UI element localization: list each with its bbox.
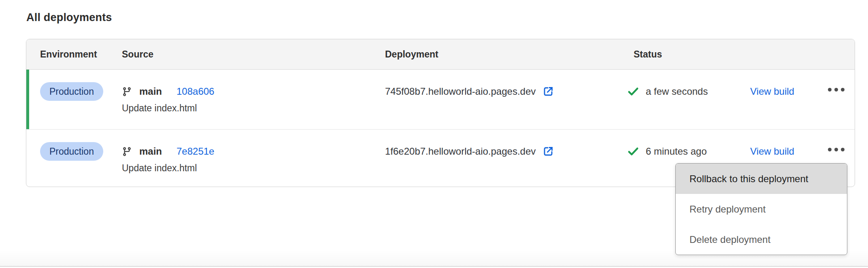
deployment-url: 1f6e20b7.helloworld-aio.pages.dev	[385, 146, 536, 157]
column-header-status: Status	[627, 39, 750, 70]
ellipsis-icon	[828, 88, 832, 91]
status-text: 6 minutes ago	[646, 146, 707, 157]
table-row: Production main 108a606 Update index.htm…	[26, 70, 855, 130]
check-icon	[627, 85, 639, 98]
column-header-environment: Environment	[26, 39, 122, 70]
environment-badge: Production	[40, 82, 103, 101]
column-header-source: Source	[122, 39, 385, 70]
environment-badge: Production	[40, 142, 103, 161]
git-branch-icon	[122, 147, 132, 157]
view-build-link[interactable]: View build	[750, 142, 794, 161]
deployments-page: All deployments Environment Source Deplo…	[0, 0, 868, 268]
table-header-row: Environment Source Deployment Status	[26, 39, 855, 70]
view-build-link[interactable]: View build	[750, 82, 794, 101]
commit-link[interactable]: 7e8251e	[177, 146, 214, 157]
commit-message: Update index.html	[122, 102, 385, 115]
menu-item-retry[interactable]: Retry deployment	[676, 194, 847, 224]
commit-message: Update index.html	[122, 162, 385, 174]
commit-link[interactable]: 108a606	[177, 86, 214, 97]
menu-item-rollback[interactable]: Rollback to this deployment	[676, 164, 847, 194]
check-icon	[627, 145, 639, 157]
active-deployment-indicator	[26, 70, 29, 129]
git-branch-icon	[122, 87, 132, 97]
row-menu-button[interactable]	[825, 82, 847, 97]
row-menu-button[interactable]	[825, 142, 847, 157]
column-header-deployment: Deployment	[385, 39, 627, 70]
deployment-context-menu: Rollback to this deployment Retry deploy…	[675, 163, 847, 255]
ellipsis-icon	[828, 148, 832, 151]
external-link-icon[interactable]	[542, 85, 554, 98]
branch-name: main	[139, 86, 162, 97]
page-title: All deployments	[26, 11, 112, 24]
status-text: a few seconds	[646, 86, 708, 97]
deployment-url: 745f08b7.helloworld-aio.pages.dev	[385, 86, 536, 97]
menu-item-delete[interactable]: Delete deployment	[676, 224, 847, 255]
external-link-icon[interactable]	[542, 145, 554, 157]
page-bottom-divider	[0, 266, 868, 267]
branch-name: main	[139, 146, 162, 157]
